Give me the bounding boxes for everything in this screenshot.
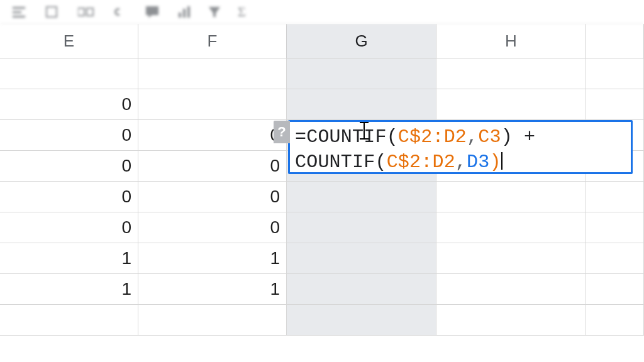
svg-text:Σ: Σ [238,5,246,19]
filter-icon[interactable] [208,6,221,18]
column-header-F[interactable]: F [138,24,287,58]
table-row: 0 0 [0,182,644,212]
table-row: 1 1 [0,274,644,305]
table-row: 1 1 [0,243,644,274]
column-header-row: E F G H [0,24,644,58]
cell[interactable]: 0 [0,89,138,119]
column-header-G[interactable]: G [287,24,436,58]
comment-icon[interactable] [145,5,162,19]
formula-input[interactable]: =COUNTIF(C$2:D2,C3) + COUNTIF(C$2:D2,D3) [290,122,552,177]
table-row [0,305,644,336]
cell[interactable] [287,274,436,304]
svg-rect-9 [183,9,186,18]
cell[interactable] [287,305,436,335]
link-icon[interactable] [112,6,130,18]
toolbar: Σ [0,0,644,24]
cell[interactable] [436,305,586,335]
svg-rect-4 [78,8,84,16]
cell[interactable]: 1 [0,243,138,273]
svg-rect-1 [13,11,21,13]
cell[interactable] [436,89,586,119]
spreadsheet-grid[interactable]: E F G H 0 0 0 0 0 [0,24,644,336]
merge-icon[interactable] [78,6,97,18]
cell[interactable] [586,58,644,89]
svg-rect-2 [13,16,25,18]
cell[interactable] [0,58,138,89]
cell[interactable] [586,243,644,273]
cell[interactable]: 0 [0,182,138,212]
cell[interactable]: 0 [0,212,138,243]
cell[interactable]: 0 [0,151,138,181]
svg-rect-6 [146,6,158,15]
table-row: 0 0 [0,212,644,243]
column-header-next[interactable] [586,24,644,58]
table-row [0,58,644,89]
cell[interactable] [138,89,287,119]
cell[interactable] [287,58,436,89]
cell[interactable]: 0 [0,120,138,150]
cell[interactable] [436,58,586,89]
cell[interactable]: 1 [138,243,287,273]
cell[interactable]: 0 [138,151,287,181]
cell[interactable] [0,305,138,335]
functions-icon[interactable]: Σ [236,5,250,19]
cell[interactable] [287,212,436,243]
column-header-E[interactable]: E [0,24,138,58]
formula-help-badge[interactable]: ? [274,121,290,143]
svg-rect-10 [187,6,190,18]
cell[interactable]: 0 [138,182,287,212]
formula-editor[interactable]: ? =COUNTIF(C$2:D2,C3) + COUNTIF(C$2:D2,D… [288,120,633,174]
svg-marker-11 [209,7,220,17]
text-caret [501,152,502,170]
cell[interactable] [586,182,644,212]
svg-rect-0 [13,7,25,9]
cell[interactable] [586,89,644,119]
cell[interactable] [436,182,586,212]
cell[interactable] [287,243,436,273]
cell[interactable] [586,305,644,335]
cell[interactable] [138,305,287,335]
column-header-H[interactable]: H [436,24,586,58]
svg-rect-5 [87,8,93,16]
cell[interactable]: 1 [0,274,138,304]
border-icon[interactable] [45,6,63,18]
cell[interactable]: 0 [138,212,287,243]
cell[interactable]: 0 [138,120,287,150]
svg-rect-8 [179,13,181,18]
chart-icon[interactable] [177,5,192,19]
svg-marker-7 [148,15,152,18]
cell[interactable] [436,243,586,273]
cell[interactable] [287,182,436,212]
table-row: 0 [0,89,644,120]
cell[interactable] [586,274,644,304]
cell[interactable]: 1 [138,274,287,304]
align-icon[interactable] [13,6,30,18]
cell[interactable] [436,212,586,243]
cell[interactable] [138,58,287,89]
cell[interactable] [586,212,644,243]
cell[interactable] [287,89,436,119]
svg-rect-3 [47,7,57,17]
cell[interactable] [436,274,586,304]
